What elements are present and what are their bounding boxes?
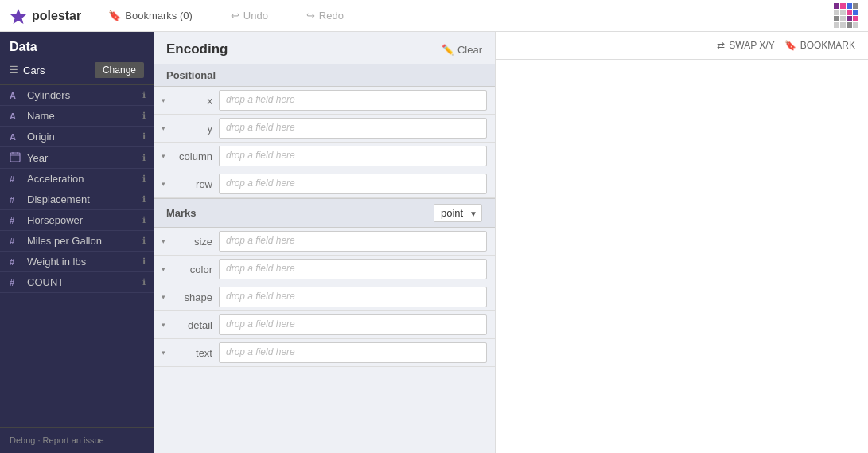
change-dataset-button[interactable]: Change [95,62,144,78]
drop-zone[interactable]: drop a field here [219,146,487,166]
field-name-label: Displacement [27,193,139,205]
marks-field-row: ▾ color drop a field here [154,256,495,283]
logo-icon [10,7,27,25]
drop-zone[interactable]: drop a field here [219,118,487,139]
sidebar-field-item[interactable]: #Horsepowerℹ [0,210,154,231]
positional-section-header: Positional [154,64,495,87]
marks-title: Marks [166,207,197,219]
debug-link[interactable]: Debug [10,435,35,445]
encoding-panel: Encoding ✏️ Clear Positional ▾ x drop a … [154,32,496,453]
field-label: row [169,178,212,190]
positional-field-row: ▾ row drop a field here [154,170,495,198]
field-label: column [169,150,212,162]
report-issue-link[interactable]: Report an issue [43,435,104,445]
marks-type-selector[interactable]: point line bar area tick ▼ [434,204,482,222]
field-info-icon[interactable]: ℹ [142,174,146,184]
sidebar-field-item[interactable]: ACylindersℹ [0,85,154,106]
grid-cell-7 [853,10,858,15]
drop-zone[interactable]: drop a field here [219,90,487,111]
grid-cell-4 [834,10,839,15]
bookmark-icon: 🔖 [784,40,796,51]
field-info-icon[interactable]: ℹ [142,90,146,100]
grid-cell-5 [840,10,846,15]
redo-label: Redo [319,10,344,21]
drop-zone[interactable]: drop a field here [219,174,487,194]
field-label: x [169,95,212,107]
drop-zone[interactable]: drop a field here [219,231,487,252]
sidebar-field-item[interactable]: #Accelerationℹ [0,169,154,189]
drop-zone[interactable]: drop a field here [219,259,487,279]
app-grid-icon [834,3,858,28]
field-label: text [169,347,212,359]
sidebar-title: Data [0,32,154,59]
logo-text: polestar [32,9,81,23]
sidebar-field-item[interactable]: Yearℹ [0,147,154,169]
field-type-icon: # [10,216,22,225]
logo: polestar [10,7,81,25]
sidebar-field-item[interactable]: #Weight in lbsℹ [0,252,154,272]
field-name-label: Horsepower [27,214,139,226]
encoding-title: Encoding [166,41,228,57]
right-toolbar: ⇄ SWAP X/Y 🔖 BOOKMARK [496,32,868,60]
field-name-label: Year [27,152,139,164]
swap-xy-button[interactable]: ⇄ SWAP X/Y [717,40,774,51]
fields-list: ACylindersℹANameℹAOriginℹYearℹ#Accelerat… [0,85,154,427]
field-label: y [169,123,212,135]
field-type-icon [10,151,22,164]
bookmarks-button[interactable]: 🔖 Bookmarks (0) [97,5,204,26]
sidebar-footer: Debug · Report an issue [0,427,154,453]
swap-label: SWAP X/Y [729,40,774,51]
drop-zone[interactable]: drop a field here [219,314,487,335]
sidebar-field-item[interactable]: #COUNTℹ [0,272,154,293]
sidebar-field-item[interactable]: ANameℹ [0,106,154,127]
field-info-icon[interactable]: ℹ [142,236,146,246]
marks-section-header: Marks point line bar area tick ▼ [154,198,495,228]
field-info-icon[interactable]: ℹ [142,256,146,267]
sidebar-field-item[interactable]: #Displacementℹ [0,189,154,210]
chevron-icon: ▾ [162,293,165,301]
redo-button[interactable]: ↪ Redo [295,5,355,26]
field-type-icon: # [10,257,22,267]
undo-button[interactable]: ↩ Undo [220,5,279,26]
canvas-area [496,60,868,453]
field-info-icon[interactable]: ℹ [142,131,146,142]
field-label: color [169,264,212,275]
field-name-label: Acceleration [27,173,139,185]
field-name-label: Weight in lbs [27,256,139,268]
field-info-icon[interactable]: ℹ [142,194,146,205]
grid-cell-8 [834,16,839,21]
drop-zone[interactable]: drop a field here [219,287,487,307]
grid-cell-1 [840,3,846,9]
clear-button[interactable]: ✏️ Clear [442,44,482,56]
dataset-row: ☰ Cars Change [0,59,154,85]
bookmark-button[interactable]: 🔖 BOOKMARK [784,40,855,51]
chevron-icon: ▾ [162,96,165,104]
marks-field-row: ▾ size drop a field here [154,228,495,256]
field-info-icon[interactable]: ℹ [142,111,146,121]
drop-zone[interactable]: drop a field here [219,342,487,363]
field-type-icon: # [10,278,22,287]
svg-marker-0 [10,9,26,24]
chevron-icon: ▾ [162,124,165,132]
field-info-icon[interactable]: ℹ [142,215,146,225]
undo-icon: ↩ [231,10,239,21]
chevron-icon: ▾ [162,237,165,245]
marks-select[interactable]: point line bar area tick [434,204,482,222]
grid-cell-11 [853,16,858,21]
sidebar-field-item[interactable]: AOriginℹ [0,127,154,147]
field-info-icon[interactable]: ℹ [142,277,146,287]
field-info-icon[interactable]: ℹ [142,153,146,163]
encoding-header: Encoding ✏️ Clear [154,32,495,64]
grid-cell-10 [847,16,852,21]
field-name-label: COUNT [27,276,139,288]
redo-icon: ↪ [306,10,315,21]
positional-field-row: ▾ x drop a field here [154,87,495,115]
grid-cell-12 [834,22,839,28]
positional-field-row: ▾ y drop a field here [154,115,495,143]
field-label: size [169,236,212,248]
sidebar-field-item[interactable]: #Miles per Gallonℹ [0,231,154,252]
grid-cell-13 [840,22,846,28]
clear-label: Clear [457,44,482,56]
right-panel: ⇄ SWAP X/Y 🔖 BOOKMARK [496,32,868,453]
chevron-icon: ▾ [162,152,165,160]
